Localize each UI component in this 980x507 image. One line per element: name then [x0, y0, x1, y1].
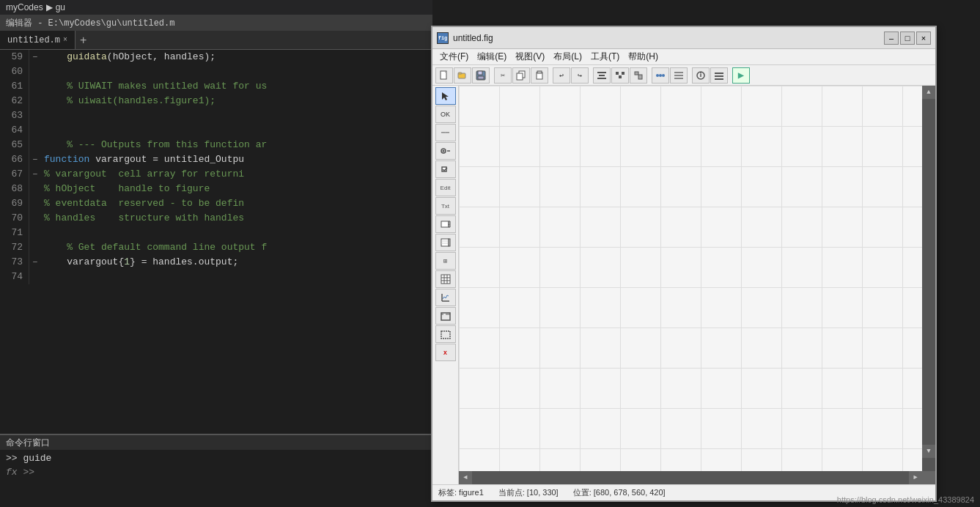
code-text[interactable]: % --- Outputs from this function ar [41, 138, 267, 152]
toolbar-distribute[interactable] [611, 67, 629, 84]
tab-close-icon[interactable]: × [63, 36, 67, 44]
figure-titlebar: fig untitled.fig – □ × [432, 27, 935, 49]
menu-view[interactable]: 视图(V) [511, 49, 549, 64]
menu-tools[interactable]: 工具(T) [586, 49, 624, 64]
tool-checkbox[interactable] [435, 160, 456, 178]
horizontal-scrollbar[interactable]: ◄ ► [459, 471, 922, 484]
toolbar-undo[interactable]: ↩ [553, 67, 570, 84]
toolbar-resize[interactable] [630, 67, 647, 84]
code-text[interactable]: varargout{1} = handles.output; [41, 255, 238, 270]
code-text[interactable] [41, 108, 44, 123]
svg-rect-5 [478, 76, 484, 79]
toolbar-save[interactable] [472, 67, 490, 84]
close-button[interactable]: × [916, 32, 931, 45]
toolbar-open[interactable] [454, 67, 471, 84]
tool-pushbutton[interactable]: OK [435, 106, 456, 123]
tool-popupmenu[interactable] [435, 215, 456, 233]
menu-edit[interactable]: 编辑(E) [473, 49, 511, 64]
command-window: 命令行窗口 >> guide fx >> [0, 434, 432, 507]
canvas-area[interactable]: ▲ ▼ ◄ ► [459, 86, 935, 484]
tool-buttongroup[interactable] [435, 325, 456, 343]
minimize-button[interactable]: – [884, 32, 899, 45]
fold-indicator: – [29, 50, 41, 64]
figure-menubar: 文件(F) 编辑(E) 视图(V) 布局(L) 工具(T) 帮助(H) [432, 49, 935, 65]
svg-rect-39 [441, 275, 450, 284]
toolbar-cut[interactable]: ✂ [494, 67, 512, 84]
tool-statictext[interactable]: Txt [435, 197, 456, 215]
line-number: 73 [0, 255, 29, 270]
breadcrumb-gu[interactable]: gu [56, 2, 65, 12]
fold-indicator: – [29, 167, 41, 182]
tool-togglebutton[interactable]: ⊞ [435, 252, 456, 270]
command-prompt-text[interactable]: >> guide [6, 453, 51, 464]
scroll-corner [922, 471, 935, 484]
tool-slider[interactable]: ━━ [435, 124, 456, 141]
toolbar-align[interactable] [593, 67, 611, 84]
table-row: 66 – function varargout = untitled_Outpu [0, 152, 432, 167]
code-text[interactable]: guidata(hObject, handles); [41, 50, 215, 64]
scroll-left-arrow[interactable]: ◄ [459, 471, 472, 484]
fold-indicator [29, 226, 41, 240]
tool-radiobutton[interactable] [435, 142, 456, 160]
editor-tab-untitled[interactable]: untitled.m × [0, 31, 75, 49]
fold-indicator: – [29, 152, 41, 167]
code-text[interactable] [41, 226, 44, 240]
code-text[interactable]: % handles structure with handles [41, 211, 244, 226]
table-row: 67 – % varargout cell array for returni [0, 167, 432, 182]
svg-rect-10 [597, 72, 606, 73]
statusbar-position: 位置: [680, 678, 560, 420] [573, 487, 666, 498]
menu-file[interactable]: 文件(F) [435, 49, 473, 64]
toolbar-redo[interactable]: ↪ [571, 67, 589, 84]
code-text[interactable]: % uiwait(handles.figure1); [41, 94, 215, 108]
statusbar-label: 标签: figure1 [438, 487, 484, 498]
maximize-button[interactable]: □ [900, 32, 915, 45]
tool-activex[interactable]: X [435, 344, 456, 361]
table-row: 69 % eventdata reserved - to be defin [0, 196, 432, 211]
toolbar-menu-editor[interactable] [710, 67, 728, 84]
editor-titlebar: 编辑器 - E:\myCodes\gu\untitled.m [0, 15, 432, 31]
line-number: 66 [0, 152, 29, 167]
line-number: 67 [0, 167, 29, 182]
code-text[interactable]: % hObject handle to figure [41, 182, 210, 196]
tool-cursor[interactable] [435, 87, 456, 105]
svg-rect-35 [441, 239, 449, 246]
fold-indicator [29, 94, 41, 108]
toolbar-new[interactable] [435, 67, 453, 84]
code-text[interactable] [41, 123, 44, 138]
tool-axes[interactable] [435, 289, 456, 306]
table-row: 72 % Get default command line output f [0, 240, 432, 255]
menu-help[interactable]: 帮助(H) [624, 49, 663, 64]
fx-label: fx >> [6, 467, 34, 478]
tab-add-button[interactable]: + [75, 34, 91, 47]
svg-rect-11 [599, 75, 605, 76]
code-text[interactable] [41, 64, 44, 79]
code-text[interactable]: % eventdata reserved - to be defin [41, 196, 244, 211]
code-text[interactable]: function varargout = untitled_Outpu [41, 152, 244, 167]
toolbar-tab-order[interactable] [652, 67, 669, 84]
tool-uipanel[interactable] [435, 307, 456, 325]
toolbar-paste[interactable] [531, 67, 548, 84]
toolbar-copy[interactable] [512, 67, 530, 84]
tool-listbox[interactable] [435, 234, 456, 251]
line-number: 69 [0, 196, 29, 211]
figure-title: untitled.fig [453, 33, 884, 43]
line-number: 63 [0, 108, 29, 123]
toolbar-toolbar-toggle[interactable] [670, 67, 688, 84]
scroll-up-arrow[interactable]: ▲ [922, 86, 935, 99]
scroll-down-arrow[interactable]: ▼ [922, 445, 935, 458]
breadcrumb-mycode[interactable]: myCodes [6, 2, 43, 12]
toolbar-run[interactable]: ▶ [732, 67, 750, 84]
code-text[interactable] [41, 270, 44, 284]
menu-layout[interactable]: 布局(L) [549, 49, 586, 64]
code-text[interactable]: % varargout cell array for returni [41, 167, 244, 182]
scroll-right-arrow[interactable]: ► [909, 471, 922, 484]
code-text[interactable]: % Get default command line output f [41, 240, 267, 255]
tool-table[interactable] [435, 270, 456, 288]
svg-rect-17 [638, 75, 642, 79]
svg-rect-12 [597, 78, 606, 79]
toolbar-property-inspector[interactable] [692, 67, 710, 84]
code-text[interactable]: % UIWAIT makes untitled wait for us [41, 79, 267, 94]
editor-tabs: untitled.m × + [0, 31, 432, 50]
tool-edittext[interactable]: Edit [435, 179, 456, 196]
vertical-scrollbar[interactable]: ▲ ▼ [922, 86, 935, 471]
